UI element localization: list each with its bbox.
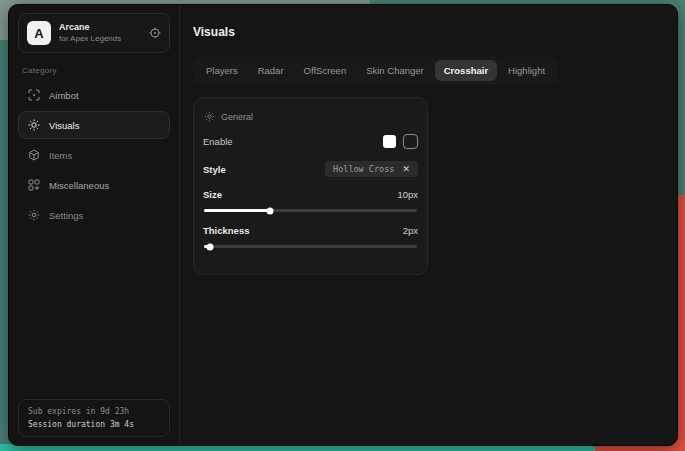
chip-remove-icon[interactable]: ✕ [402, 165, 410, 174]
sidebar-item-label: Items [49, 150, 72, 161]
size-slider-thumb[interactable] [267, 207, 274, 214]
target-icon[interactable] [149, 27, 161, 39]
enable-row: Enable [203, 134, 418, 149]
sidebar-item-label: Aimbot [49, 90, 79, 101]
style-label: Style [203, 164, 226, 175]
general-panel: General Enable Style Hollow Cross ✕ [193, 97, 428, 275]
sidebar-item-label: Settings [49, 210, 83, 221]
tab-offscreen[interactable]: OffScreen [295, 60, 356, 81]
brand-card: A Arcane for Apex Legends [18, 13, 170, 53]
thickness-value: 2px [403, 225, 418, 236]
panel-header: General [204, 111, 417, 122]
sidebar-item-visuals[interactable]: Visuals [18, 111, 170, 139]
main-content: Visuals Players Radar OffScreen Skin Cha… [180, 5, 677, 445]
thickness-slider-thumb[interactable] [207, 243, 214, 250]
subscription-info-card: Sub expires in 9d 23h Session duration 3… [18, 399, 170, 437]
desktop-wallpaper: A Arcane for Apex Legends Category [0, 0, 685, 451]
size-label: Size [203, 189, 222, 200]
app-window: A Arcane for Apex Legends Category [8, 4, 678, 446]
app-subtitle: for Apex Legends [59, 34, 141, 44]
sidebar-item-aimbot[interactable]: Aimbot [18, 81, 170, 109]
tab-radar[interactable]: Radar [249, 60, 293, 81]
thickness-label: Thickness [203, 225, 249, 236]
size-slider-fill [204, 209, 270, 212]
sidebar-item-miscellaneous[interactable]: Miscellaneous [18, 171, 170, 199]
tab-crosshair[interactable]: Crosshair [435, 60, 497, 81]
tab-players[interactable]: Players [197, 60, 247, 81]
style-row: Style Hollow Cross ✕ [203, 161, 418, 177]
tab-skin-changer[interactable]: Skin Changer [357, 60, 433, 81]
enable-label: Enable [203, 136, 233, 147]
color-swatch[interactable] [383, 135, 396, 148]
thickness-row: Thickness 2px [203, 225, 418, 236]
sidebar-item-items[interactable]: Items [18, 141, 170, 169]
sidebar-item-label: Miscellaneous [49, 180, 109, 191]
enable-checkbox[interactable] [403, 134, 418, 149]
app-name: Arcane [59, 22, 141, 33]
sidebar: A Arcane for Apex Legends Category [9, 5, 180, 445]
general-gear-icon [204, 111, 215, 122]
page-title: Visuals [193, 25, 663, 39]
sub-expires-text: Sub expires in 9d 23h [28, 407, 160, 416]
style-select-chip[interactable]: Hollow Cross ✕ [325, 161, 418, 177]
thickness-slider[interactable] [204, 245, 417, 248]
size-row: Size 10px [203, 189, 418, 200]
tab-highlight[interactable]: Highlight [499, 60, 554, 81]
items-cube-icon [28, 149, 40, 161]
session-duration-text: Session duration 3m 4s [28, 420, 160, 429]
app-logo: A [27, 21, 51, 45]
size-slider[interactable] [204, 209, 417, 212]
sidebar-item-label: Visuals [49, 120, 79, 131]
style-selected-value: Hollow Cross [333, 164, 394, 174]
misc-grid-icon [28, 179, 40, 191]
visuals-eye-icon [28, 119, 40, 131]
category-label: Category [22, 66, 166, 75]
size-value: 10px [397, 189, 418, 200]
aimbot-crosshair-icon [28, 89, 40, 101]
tab-bar: Players Radar OffScreen Skin Changer Cro… [193, 57, 558, 84]
sidebar-item-settings[interactable]: Settings [18, 201, 170, 229]
panel-title: General [221, 112, 253, 122]
settings-gear-icon [28, 209, 40, 221]
